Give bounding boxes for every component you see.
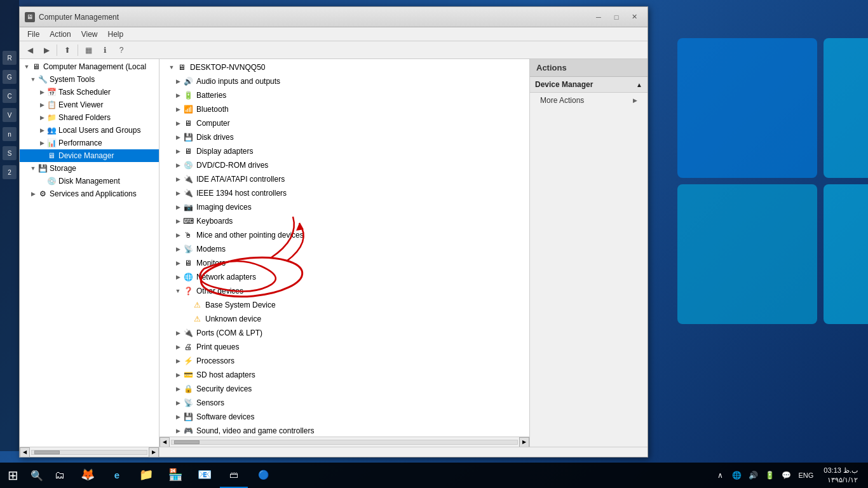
tree-local-users[interactable]: ▶ 👥 Local Users and Groups [20,124,159,137]
device-bluetooth[interactable]: ▶ 📶 Bluetooth [159,102,529,116]
taskbar-explorer[interactable]: 📁 [132,463,160,488]
tree-services[interactable]: ▶ ⚙ Services and Applications [20,187,159,200]
taskbar-edge[interactable]: e [103,463,131,488]
device-modems[interactable]: ▶ 📡 Modems [159,242,529,256]
device-sound-expand[interactable]: ▶ [173,426,182,435]
menu-help[interactable]: Help [103,29,129,40]
device-display[interactable]: ▶ 🖥 Display adapters [159,144,529,158]
toolbar-forward[interactable]: ▶ [39,43,54,57]
search-button[interactable]: 🔍 [25,464,48,487]
tree-device-manager[interactable]: 🖥 Device Manager [20,149,159,162]
tray-battery[interactable]: 🔋 [763,468,777,482]
tree-local-users-expand[interactable]: ▶ [37,126,46,135]
tree-services-expand[interactable]: ▶ [29,189,37,198]
taskbar-firefox[interactable]: 🦊 [74,463,102,488]
device-sensors-expand[interactable]: ▶ [173,398,182,407]
device-network-expand[interactable]: ▶ [173,273,182,281]
device-dvd-expand[interactable]: ▶ [173,161,182,170]
device-software[interactable]: ▶ 💾 Software devices [159,410,529,424]
taskbar-mail[interactable]: 📧 [191,463,219,488]
device-root-expand[interactable]: ▼ [167,63,176,72]
device-modems-expand[interactable]: ▶ [173,245,182,254]
taskbar-app2[interactable]: 🔵 [249,463,277,488]
left-panel-scroll-right[interactable]: ▶ [149,447,159,458]
taskbar-store[interactable]: 🏪 [161,463,189,488]
tree-performance-expand[interactable]: ▶ [37,139,46,147]
scroll-right-button[interactable]: ▶ [519,437,529,447]
device-ports[interactable]: ▶ 🔌 Ports (COM & LPT) [159,326,529,340]
device-keyboards[interactable]: ▶ ⌨ Keyboards [159,214,529,228]
maximize-button[interactable]: □ [608,11,625,24]
device-disk-drives[interactable]: ▶ 💾 Disk drives [159,130,529,144]
tree-event-viewer-expand[interactable]: ▶ [37,100,46,109]
tree-system-tools[interactable]: ▼ 🔧 System Tools [20,73,159,86]
device-ports-expand[interactable]: ▶ [173,329,182,337]
task-view-button[interactable]: 🗂 [48,464,71,487]
device-print-queues[interactable]: ▶ 🖨 Print queues [159,340,529,354]
device-security-expand[interactable]: ▶ [173,384,182,393]
device-keyboards-expand[interactable]: ▶ [173,217,182,226]
device-processors-expand[interactable]: ▶ [173,356,182,365]
menu-view[interactable]: View [76,29,103,40]
device-sd-host[interactable]: ▶ 💳 SD host adapters [159,368,529,382]
device-processors[interactable]: ▶ ⚡ Processors [159,354,529,368]
tree-event-viewer[interactable]: ▶ 📋 Event Viewer [20,98,159,111]
minimize-button[interactable]: ─ [590,11,607,24]
close-button[interactable]: ✕ [626,11,642,24]
tree-storage[interactable]: ▼ 💾 Storage [20,162,159,175]
device-computer[interactable]: ▶ 🖥 Computer [159,116,529,130]
left-scroll-track[interactable] [31,450,147,455]
device-print-queues-expand[interactable]: ▶ [173,342,182,351]
device-base-system[interactable]: ⚠ Base System Device [159,298,529,312]
tray-volume[interactable]: 🔊 [747,468,761,482]
tree-root-expand[interactable]: ▼ [22,62,31,71]
device-batteries[interactable]: ▶ 🔋 Batteries [159,88,529,102]
device-mice[interactable]: ▶ 🖱 Mice and other pointing devices [159,228,529,242]
menu-action[interactable]: Action [44,29,76,40]
device-ide-expand[interactable]: ▶ [173,175,182,184]
device-bluetooth-expand[interactable]: ▶ [173,105,182,114]
tree-disk-management[interactable]: 💿 Disk Management [20,175,159,187]
tree-disk-management-expand[interactable] [37,177,46,186]
toolbar-help[interactable]: ? [114,43,129,57]
device-imaging-expand[interactable]: ▶ [173,203,182,212]
toolbar-properties[interactable]: ℹ [97,43,112,57]
device-ieee-expand[interactable]: ▶ [173,189,182,198]
tree-system-tools-expand[interactable]: ▼ [29,75,37,84]
toolbar-show-hide[interactable]: ▦ [81,43,96,57]
system-clock[interactable]: 03:13 ب.ظ ۱۳۹۵/۱/۱۲ [818,466,863,485]
device-computer-expand[interactable]: ▶ [173,119,182,128]
scroll-track[interactable] [171,440,518,445]
tray-language[interactable]: ENG [796,471,817,479]
actions-device-manager-section[interactable]: Device Manager ▲ [530,77,648,93]
taskbar-app1[interactable]: 🗃 [220,463,248,488]
device-root[interactable]: ▼ 🖥 DESKTOP-NVNQQ50 [159,60,529,74]
tree-root[interactable]: ▼ 🖥 Computer Management (Local [20,60,159,73]
start-button[interactable]: ⊞ [0,463,25,488]
device-security[interactable]: ▶ 🔒 Security devices [159,382,529,396]
scroll-left-button[interactable]: ◀ [159,437,170,447]
device-audio[interactable]: ▶ 🔊 Audio inputs and outputs [159,74,529,88]
device-ide[interactable]: ▶ 🔌 IDE ATA/ATAPI controllers [159,172,529,186]
tray-notification[interactable]: 💬 [780,468,794,482]
left-scroll-thumb[interactable] [34,451,60,454]
actions-more-actions[interactable]: More Actions ▶ [530,93,648,108]
device-monitors-expand[interactable]: ▶ [173,259,182,268]
device-batteries-expand[interactable]: ▶ [173,91,182,100]
device-sound[interactable]: ▶ 🎮 Sound, video and game controllers [159,424,529,437]
tree-device-manager-expand[interactable] [37,151,46,160]
menu-file[interactable]: File [22,29,44,40]
device-mice-expand[interactable]: ▶ [173,231,182,240]
tray-chevron[interactable]: ∧ [714,468,728,482]
scroll-thumb[interactable] [174,440,200,444]
toolbar-back[interactable]: ◀ [22,43,37,57]
device-sensors[interactable]: ▶ 📡 Sensors [159,396,529,410]
device-audio-expand[interactable]: ▶ [173,77,182,86]
device-imaging[interactable]: ▶ 📷 Imaging devices [159,200,529,214]
device-other[interactable]: ▼ ❓ Other devices [159,284,529,298]
tray-network[interactable]: 🌐 [730,468,744,482]
device-disk-drives-expand[interactable]: ▶ [173,133,182,142]
device-unknown[interactable]: ⚠ Unknown device [159,312,529,326]
device-monitors[interactable]: ▶ 🖥 Monitors [159,256,529,270]
device-display-expand[interactable]: ▶ [173,147,182,156]
